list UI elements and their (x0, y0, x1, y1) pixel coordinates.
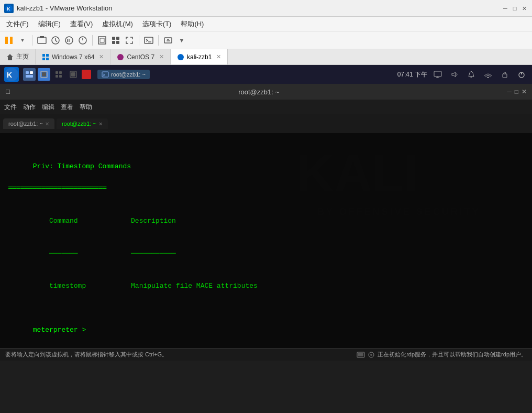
term-line-underline: ════════════════════════ (8, 183, 524, 194)
term-line-blank-2 (8, 194, 524, 205)
svg-rect-46 (434, 71, 441, 77)
svg-point-29 (117, 54, 124, 60)
bottom-hint-text: 要将输入定向到该虚拟机，请将鼠标指针移入其中或按 Ctrl+G。 (5, 351, 168, 358)
toolbar-restore-icon[interactable] (50, 35, 61, 46)
kali-power-icon[interactable] (515, 68, 528, 81)
svg-rect-17 (116, 41, 119, 44)
kali-taskbar-icon-4[interactable] (67, 68, 80, 81)
tab-win7[interactable]: Windows 7 x64 ✕ (36, 49, 110, 64)
toolbar-fit-icon[interactable] (124, 35, 135, 46)
kali-open-terminal-task[interactable]: root@zzb1: ~ (97, 70, 150, 79)
term-menu-view[interactable]: 查看 (61, 103, 73, 112)
svg-rect-38 (56, 71, 58, 74)
term-checkbox[interactable]: ☐ (5, 89, 10, 95)
toolbar-pause-icon[interactable] (3, 35, 15, 46)
kali-network-icon[interactable] (482, 68, 494, 81)
menu-help[interactable]: 帮助(H) (176, 18, 208, 30)
kali-notify-icon[interactable] (465, 68, 478, 81)
toolbar-unity-icon[interactable] (110, 35, 121, 46)
svg-marker-49 (452, 72, 456, 77)
svg-rect-14 (112, 37, 115, 40)
toolbar-dropdown-icon[interactable]: ▼ (17, 35, 28, 46)
svg-text:K: K (7, 6, 10, 12)
tab-win7-label: Windows 7 x64 (52, 53, 94, 61)
kali-taskbar-icon-1[interactable] (23, 68, 36, 81)
kali-display-icon[interactable] (431, 68, 444, 81)
kali-taskbar-icon-5[interactable] (82, 70, 91, 79)
toolbar-fullscreen-icon[interactable] (96, 35, 108, 46)
tab-win7-close[interactable]: ✕ (99, 53, 104, 60)
term-title-controls: ☐ (5, 89, 10, 95)
toolbar-settings-icon[interactable] (162, 35, 174, 46)
terminal-tab-1-close[interactable]: ✕ (45, 121, 49, 127)
bottom-statusbar: 要将输入定向到该虚拟机，请将鼠标指针移入其中或按 Ctrl+G。 正在初始化rd… (0, 348, 532, 361)
windows-icon (42, 53, 49, 61)
toolbar-shutdown-icon[interactable] (77, 35, 88, 46)
svg-marker-24 (7, 54, 13, 60)
svg-rect-39 (59, 71, 62, 74)
toolbar-terminal-icon[interactable] (143, 35, 154, 46)
terminal-task-label: root@zzb1: ~ (111, 71, 146, 78)
close-button[interactable]: ✕ (520, 5, 528, 12)
vmware-menubar: 文件(F) 编辑(E) 查看(V) 虚拟机(M) 选项卡(T) 帮助(H) (0, 17, 532, 31)
restore-button[interactable]: □ (511, 5, 518, 12)
tab-home[interactable]: 主页 (0, 49, 36, 64)
term-menu-file[interactable]: 文件 (4, 103, 17, 112)
tab-centos[interactable]: CentOS 7 ✕ (110, 49, 171, 64)
kali-app-icon: K (4, 4, 14, 13)
kali-sound-icon[interactable] (448, 68, 461, 81)
centos-icon (117, 53, 124, 61)
tab-kali-close[interactable]: ✕ (216, 53, 221, 60)
svg-rect-41 (59, 75, 62, 78)
kali-taskbar-icon-3[interactable] (52, 68, 65, 81)
term-line-table-row: timestomp Manipulate file MACE attribute… (8, 270, 524, 303)
menu-edit[interactable]: 编辑(E) (34, 18, 65, 30)
kali-lock-icon[interactable] (498, 68, 511, 81)
terminal-tab-1-label: root@zzb1: ~ (8, 121, 43, 127)
svg-rect-35 (26, 75, 33, 78)
toolbar-suspend-icon[interactable] (63, 35, 75, 46)
term-line-table-header: Command Description (8, 205, 524, 237)
term-menu-help[interactable]: 帮助 (80, 103, 92, 112)
kali-logo[interactable]: K (4, 67, 19, 82)
terminal-minimize[interactable]: ─ (507, 88, 512, 95)
terminal-tabs: root@zzb1: ~ ✕ root@zzb1: ~ ✕ (0, 114, 532, 133)
term-menu-action[interactable]: 动作 (23, 103, 36, 112)
svg-rect-18 (145, 37, 153, 44)
bottom-right-area: 正在初始化rdp服务，并且可以帮助我们自动创建rdp用户。 (357, 351, 527, 358)
toolbar-help-icon[interactable]: ▼ (176, 35, 187, 46)
term-line-blank-4 (8, 346, 524, 348)
vmware-title-left: K kali-zzb1 - VMware Workstation (4, 4, 113, 13)
terminal-tab-2[interactable]: root@zzb1: ~ ✕ (57, 118, 108, 129)
bottom-icon-2 (367, 351, 375, 358)
terminal-tab-1[interactable]: root@zzb1: ~ ✕ (3, 118, 54, 129)
terminal-close[interactable]: ✕ (522, 88, 527, 95)
menu-vm[interactable]: 虚拟机(M) (98, 18, 137, 30)
terminal-restore[interactable]: □ (515, 88, 518, 95)
svg-point-30 (178, 54, 184, 60)
terminal-tab-2-label: root@zzb1: ~ (62, 121, 96, 127)
tab-kali[interactable]: kali-zzb1 ✕ (171, 49, 228, 64)
terminal-task-icon (102, 71, 109, 78)
tab-home-label: 主页 (16, 52, 29, 61)
menu-view[interactable]: 查看(V) (66, 18, 97, 30)
toolbar-screenshot-icon[interactable] (36, 35, 48, 46)
toolbar-separator-1 (32, 35, 32, 46)
svg-point-51 (487, 77, 489, 79)
svg-rect-12 (98, 37, 106, 44)
kali-topbar: K root@zzb1: ~ 07:41 下午 (0, 65, 532, 84)
kali-taskbar-icon-2[interactable] (38, 68, 50, 81)
minimize-button[interactable]: ─ (502, 5, 509, 12)
bottom-right-text: 正在初始化rdp服务，并且可以帮助我们自动创建rdp用户。 (378, 351, 527, 358)
tab-centos-close[interactable]: ✕ (159, 53, 164, 60)
menu-tabs[interactable]: 选项卡(T) (138, 18, 176, 30)
toolbar-separator-4 (158, 35, 159, 46)
vmware-titlebar: K kali-zzb1 - VMware Workstation ─ □ ✕ (0, 0, 532, 17)
kali-topbar-right: 07:41 下午 (397, 68, 528, 81)
terminal-tab-2-close[interactable]: ✕ (98, 121, 103, 127)
term-menu-edit[interactable]: 编辑 (42, 103, 54, 112)
term-line-table-sep: ─────── ─────────── (8, 237, 524, 270)
menu-file[interactable]: 文件(F) (2, 18, 33, 30)
vmware-window-controls: ─ □ ✕ (502, 5, 528, 12)
terminal-body[interactable]: Priv: Timestomp Commands ═══════════════… (0, 133, 532, 348)
